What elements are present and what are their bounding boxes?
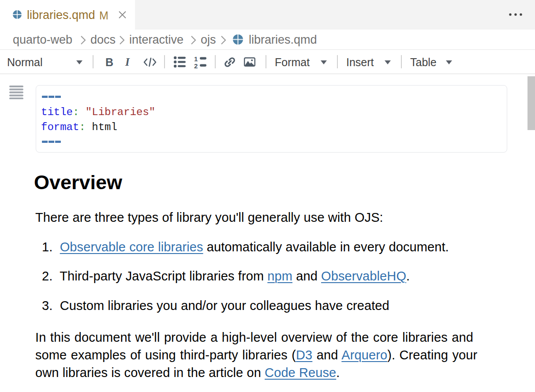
svg-text:2: 2 xyxy=(194,62,198,69)
svg-text:1: 1 xyxy=(194,56,198,63)
